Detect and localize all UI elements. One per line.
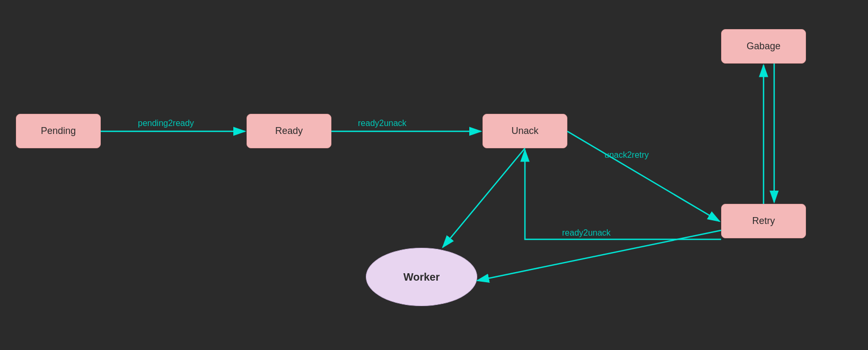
arrow-unack2retry xyxy=(567,131,720,221)
label-ready2unack: ready2unack xyxy=(358,119,407,128)
label-pending2ready: pending2ready xyxy=(138,119,194,128)
arrow-retry2unack xyxy=(525,150,721,239)
diagram-container: Pending Ready Unack Gabage Retry Worker … xyxy=(0,0,868,350)
label-retry2unack: ready2unack xyxy=(562,228,611,237)
label-unack2retry: unack2retry xyxy=(604,150,649,159)
arrow-unack2worker xyxy=(443,148,525,247)
arrow-retry2worker xyxy=(477,230,721,281)
arrows-svg: pending2ready ready2unack unack2retry re… xyxy=(0,0,868,350)
